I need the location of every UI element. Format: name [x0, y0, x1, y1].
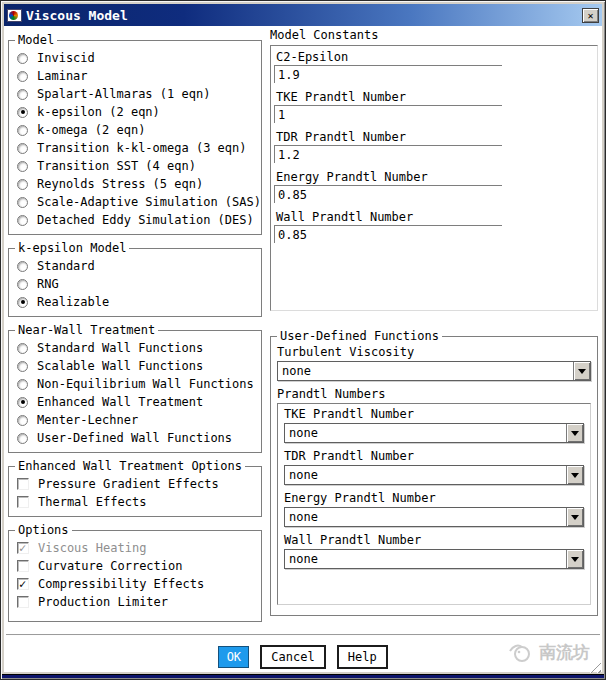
- radio-label: Scalable Wall Functions: [37, 359, 203, 373]
- radio-label: RNG: [37, 277, 59, 291]
- energy-prandtl-input[interactable]: [274, 185, 502, 203]
- radio-icon: [17, 125, 28, 136]
- checkbox-icon-checked: [17, 578, 29, 590]
- radio-option-inviscid[interactable]: Inviscid: [17, 49, 257, 67]
- radio-option-non-equilibrium-wall-functions[interactable]: Non-Equilibrium Wall Functions: [17, 375, 257, 393]
- dropdown-arrow-button[interactable]: [566, 424, 583, 442]
- radio-icon: [17, 179, 28, 190]
- constant-label: C2-Epsilon: [274, 49, 597, 65]
- near-wall-group-label: Near-Wall Treatment: [15, 323, 158, 337]
- dropdown-arrow-button[interactable]: [566, 466, 583, 484]
- constant-c2-epsilon: C2-Epsilon: [274, 49, 597, 83]
- radio-option-k-epsilon[interactable]: k-epsilon (2 eqn): [17, 103, 257, 121]
- radio-option-reynolds-stress[interactable]: Reynolds Stress (5 eqn): [17, 175, 257, 193]
- radio-option-sas[interactable]: Scale-Adaptive Simulation (SAS): [17, 193, 257, 211]
- cancel-button[interactable]: Cancel: [260, 645, 325, 669]
- radio-option-scalable-wall-functions[interactable]: Scalable Wall Functions: [17, 357, 257, 375]
- window-bottom-edge: [2, 674, 604, 678]
- model-group-label: Model: [15, 33, 57, 47]
- wall-prandtl-input[interactable]: [274, 225, 502, 243]
- radio-option-enhanced-wall-treatment[interactable]: Enhanced Wall Treatment: [17, 393, 257, 411]
- radio-label: Transition SST (4 eqn): [37, 159, 196, 173]
- checkbox-icon: [17, 596, 29, 608]
- checkbox-compressibility-effects[interactable]: Compressibility Effects: [17, 575, 257, 593]
- radio-option-standard-wall-functions[interactable]: Standard Wall Functions: [17, 339, 257, 357]
- radio-icon: [17, 433, 28, 444]
- radio-icon: [17, 215, 28, 226]
- checkbox-icon-checked: [17, 542, 29, 554]
- radio-label: Laminar: [37, 69, 88, 83]
- c2-epsilon-input[interactable]: [274, 65, 502, 83]
- dialog-body: Model Inviscid Laminar Spalart-Allmaras …: [4, 26, 602, 672]
- radio-option-des[interactable]: Detached Eddy Simulation (DES): [17, 211, 257, 229]
- turbulent-viscosity-label: Turbulent Viscosity: [277, 345, 591, 361]
- watermark-text: 南流坊: [539, 641, 590, 664]
- radio-label: Transition k-kl-omega (3 eqn): [37, 141, 247, 155]
- chevron-down-icon: [571, 515, 579, 520]
- radio-option-menter-lechner[interactable]: Menter-Lechner: [17, 411, 257, 429]
- dropdown-arrow-button[interactable]: [566, 550, 583, 568]
- checkbox-label: Thermal Effects: [38, 495, 146, 509]
- radio-option-spalart-allmaras[interactable]: Spalart-Allmaras (1 eqn): [17, 85, 257, 103]
- checkbox-label: Compressibility Effects: [38, 577, 204, 591]
- checkbox-production-limiter[interactable]: Production Limiter: [17, 593, 257, 611]
- tdr-prandtl-input[interactable]: [274, 145, 502, 163]
- help-button[interactable]: Help: [337, 645, 388, 669]
- radio-option-standard[interactable]: Standard: [17, 257, 257, 275]
- tdr-prandtl-dropdown[interactable]: none: [284, 465, 584, 485]
- k-epsilon-model-group: k-epsilon Model Standard RNG Realizable: [8, 248, 262, 317]
- radio-label: Reynolds Stress (5 eqn): [37, 177, 203, 191]
- radio-icon: [17, 53, 28, 64]
- tke-prandtl-input[interactable]: [274, 105, 502, 123]
- udf-group-label: User-Defined Functions: [277, 329, 442, 343]
- radio-icon-selected: [17, 107, 28, 118]
- dropdown-arrow-button[interactable]: [573, 362, 590, 380]
- radio-option-transition-sst[interactable]: Transition SST (4 eqn): [17, 157, 257, 175]
- radio-option-rng[interactable]: RNG: [17, 275, 257, 293]
- turbulent-viscosity-dropdown[interactable]: none: [277, 361, 591, 381]
- close-icon[interactable]: ✕: [582, 8, 599, 23]
- wall-prandtl-udf-label: Wall Prandtl Number: [284, 533, 584, 549]
- chevron-down-icon: [571, 557, 579, 562]
- constant-label: TDR Prandtl Number: [274, 129, 597, 145]
- radio-icon: [17, 89, 28, 100]
- radio-option-realizable[interactable]: Realizable: [17, 293, 257, 311]
- radio-label: Realizable: [37, 295, 109, 309]
- constant-label: Energy Prandtl Number: [274, 169, 597, 185]
- radio-label: Inviscid: [37, 51, 95, 65]
- k-epsilon-group-label: k-epsilon Model: [15, 241, 129, 255]
- wall-prandtl-dropdown[interactable]: none: [284, 549, 584, 569]
- radio-option-k-omega[interactable]: k-omega (2 eqn): [17, 121, 257, 139]
- model-constants-panel: C2-Epsilon TKE Prandtl Number TDR Prandt…: [270, 45, 598, 311]
- checkbox-label: Viscous Heating: [38, 541, 146, 555]
- checkbox-pressure-gradient-effects[interactable]: Pressure Gradient Effects: [17, 475, 257, 493]
- radio-icon: [17, 279, 28, 290]
- window-title: Viscous Model: [26, 8, 128, 23]
- constant-label: TKE Prandtl Number: [274, 89, 597, 105]
- energy-prandtl-dropdown[interactable]: none: [284, 507, 584, 527]
- options-group-label: Options: [15, 523, 72, 537]
- constant-label: Wall Prandtl Number: [274, 209, 597, 225]
- tke-prandtl-udf-label: TKE Prandtl Number: [284, 407, 584, 423]
- radio-label: k-omega (2 eqn): [37, 123, 145, 137]
- enhanced-wall-treatment-options-group: Enhanced Wall Treatment Options Pressure…: [8, 466, 262, 517]
- radio-option-laminar[interactable]: Laminar: [17, 67, 257, 85]
- constant-tke-prandtl: TKE Prandtl Number: [274, 89, 597, 123]
- watermark: 南流坊: [508, 641, 590, 664]
- radio-option-user-defined-wall-functions[interactable]: User-Defined Wall Functions: [17, 429, 257, 447]
- radio-label: Standard: [37, 259, 95, 273]
- radio-label: User-Defined Wall Functions: [37, 431, 232, 445]
- ok-button[interactable]: OK: [218, 646, 249, 668]
- checkbox-label: Pressure Gradient Effects: [38, 477, 219, 491]
- dropdown-arrow-button[interactable]: [566, 508, 583, 526]
- checkbox-curvature-correction[interactable]: Curvature Correction: [17, 557, 257, 575]
- checkbox-thermal-effects[interactable]: Thermal Effects: [17, 493, 257, 511]
- radio-icon-selected: [17, 397, 28, 408]
- radio-option-transition-k-kl-omega[interactable]: Transition k-kl-omega (3 eqn): [17, 139, 257, 157]
- radio-label: Spalart-Allmaras (1 eqn): [37, 87, 210, 101]
- dropdown-value: none: [278, 362, 573, 380]
- tke-prandtl-dropdown[interactable]: none: [284, 423, 584, 443]
- radio-icon: [17, 415, 28, 426]
- checkbox-label: Production Limiter: [38, 595, 168, 609]
- options-group: Options Viscous Heating Curvature Correc…: [8, 530, 262, 622]
